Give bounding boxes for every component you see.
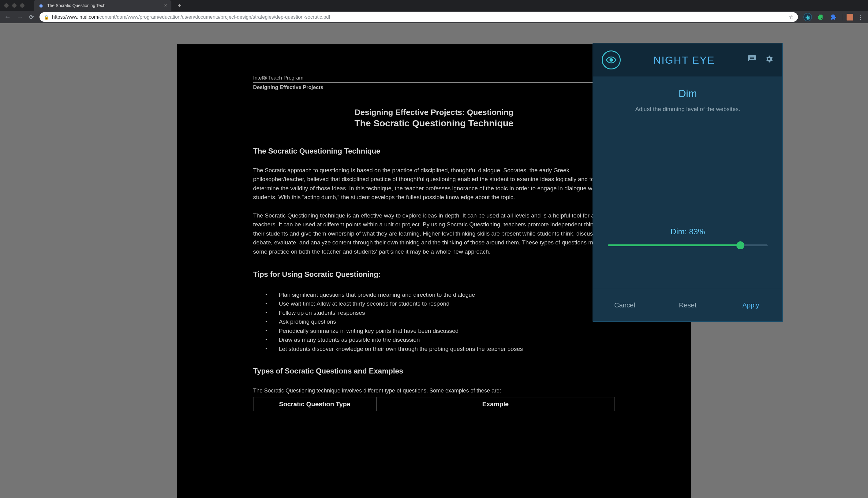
nighteye-mode-label: Dim [604,88,771,100]
nighteye-header-icons [748,54,774,66]
paragraph-1: The Socratic approach to questioning is … [253,166,615,202]
maximize-window-button[interactable] [20,3,25,8]
evernote-extension-icon[interactable] [816,13,825,22]
tips-list-item: Let students discover knowledge on their… [265,344,615,353]
back-button[interactable]: ← [4,13,11,21]
profile-avatar[interactable] [846,14,853,21]
nighteye-header: NIGHT EYE [593,43,782,77]
browser-chrome: ◉ The Socratic Questioning Tech × + ← → … [0,0,868,23]
apply-button[interactable]: Apply [719,301,782,309]
window-controls [4,3,25,8]
tips-list-item: Periodically summarize in writing key po… [265,326,615,335]
browser-tab[interactable]: ◉ The Socratic Questioning Tech × [34,0,171,11]
nighteye-logo-icon[interactable] [602,51,621,69]
nighteye-description: Adjust the dimming level of the websites… [604,105,771,114]
tips-list-item: Ask probing questions [265,317,615,326]
url-host: www.intel.com [67,14,98,19]
forward-button[interactable]: → [16,13,23,21]
svg-point-0 [610,59,613,62]
table-header-2: Example [376,397,614,411]
tips-list-item: Use wait time: Allow at least thirty sec… [265,299,615,308]
doc-pretitle: Designing Effective Projects: Questionin… [253,108,615,117]
slider-fill [608,245,740,246]
url-scheme: https:// [52,14,67,19]
nighteye-title: NIGHT EYE [621,54,748,66]
url-path: /content/dam/www/program/education/us/en… [98,14,330,19]
reload-button[interactable]: ⟳ [29,13,34,21]
nighteye-body: Dim Adjust the dimming level of the webs… [593,77,782,289]
toolbar-separator [842,14,842,21]
close-tab-button[interactable]: × [164,2,167,9]
bookmark-star-icon[interactable]: ☆ [789,14,794,21]
extensions-puzzle-icon[interactable] [829,13,838,22]
nighteye-footer: Cancel Reset Apply [593,289,782,321]
slider-track[interactable] [608,245,768,246]
nighteye-extension-icon[interactable]: ◉ [803,13,812,22]
feedback-icon[interactable] [748,54,756,66]
lock-icon: 🔒 [44,15,49,19]
program-line-1: Intel® Teach Program [253,75,615,81]
table-header-1: Socratic Question Type [254,397,376,411]
tips-list-item: Plan significant questions that provide … [265,290,615,299]
program-line-2: Designing Effective Projects [253,84,615,91]
dim-slider-label: Dim: 83% [608,227,768,236]
table-intro: The Socratic Questioning technique invol… [253,388,615,394]
paragraph-2: The Socratic Questioning technique is an… [253,211,615,256]
browser-toolbar: ← → ⟳ 🔒 https://www.intel.com/content/da… [0,11,868,23]
section-2-heading: Tips for Using Socratic Questioning: [253,270,615,279]
title-block: Designing Effective Projects: Questionin… [253,108,615,129]
tips-list: Plan significant questions that provide … [253,290,615,353]
tips-list-item: Draw as many students as possible into t… [265,335,615,344]
address-bar[interactable]: 🔒 https://www.intel.com/content/dam/www/… [39,12,798,22]
questions-table: Socratic Question Type Example [253,397,615,411]
cancel-button[interactable]: Cancel [593,301,656,309]
url-text: https://www.intel.com/content/dam/www/pr… [52,14,330,20]
tab-bar: ◉ The Socratic Questioning Tech × + [0,0,868,11]
reset-button[interactable]: Reset [656,301,719,309]
dim-slider[interactable]: Dim: 83% [608,227,768,246]
new-tab-button[interactable]: + [178,1,181,10]
minimize-window-button[interactable] [12,3,16,8]
extension-icons: ◉ ⋮ [803,13,864,22]
close-window-button[interactable] [4,3,9,8]
tab-favicon: ◉ [38,2,44,9]
nighteye-panel: NIGHT EYE Dim Adjust the dimming level o… [593,43,783,322]
doc-main-title: The Socratic Questioning Technique [253,118,615,129]
section-3-heading: Types of Socratic Questions and Examples [253,367,615,375]
settings-gear-icon[interactable] [765,54,774,66]
browser-menu-button[interactable]: ⋮ [858,13,864,21]
tips-list-item: Follow up on students' responses [265,309,615,317]
slider-thumb[interactable] [736,241,744,249]
tab-title: The Socratic Questioning Tech [47,3,161,8]
section-1-heading: The Socratic Questioning Technique [253,147,615,155]
